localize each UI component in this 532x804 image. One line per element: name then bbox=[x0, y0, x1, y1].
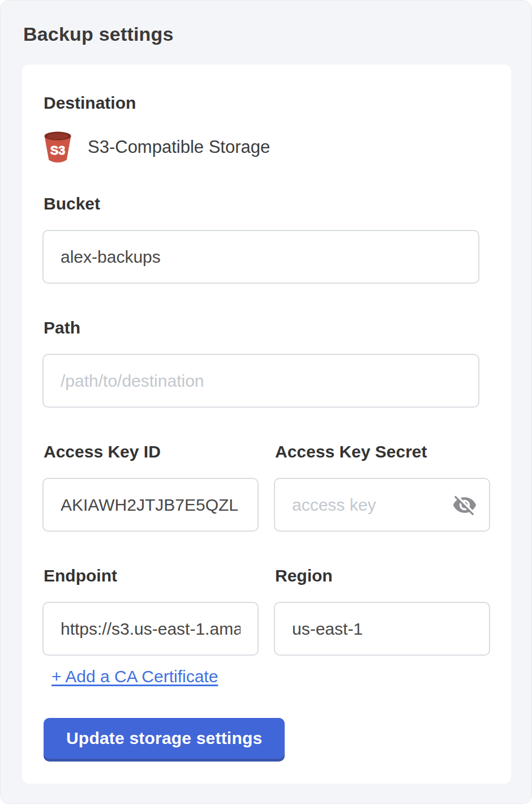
region-label: Region bbox=[275, 566, 490, 586]
path-input[interactable] bbox=[42, 354, 479, 408]
access-key-secret-input-wrap bbox=[274, 478, 490, 532]
path-field: Path bbox=[42, 318, 491, 408]
destination-label: Destination bbox=[44, 93, 491, 113]
endpoint-input[interactable] bbox=[42, 602, 259, 656]
endpoint-field: Endpoint bbox=[42, 566, 259, 656]
svg-text:S3: S3 bbox=[50, 143, 65, 157]
access-key-secret-field: Access Key Secret bbox=[274, 442, 490, 532]
page-title: Backup settings bbox=[23, 23, 510, 45]
submit-row: Update storage settings bbox=[42, 686, 491, 759]
region-input[interactable] bbox=[274, 602, 490, 656]
update-storage-settings-button[interactable]: Update storage settings bbox=[44, 718, 285, 759]
access-key-secret-label: Access Key Secret bbox=[275, 442, 490, 462]
region-field: Region bbox=[274, 566, 490, 656]
backup-settings-card: Destination S3 S3-Compatible Storage Buc… bbox=[22, 65, 511, 784]
access-key-id-field: Access Key ID bbox=[42, 442, 259, 532]
destination-row: S3 S3-Compatible Storage bbox=[42, 130, 491, 164]
access-keys-row: Access Key ID Access Key Secret bbox=[42, 442, 491, 532]
bucket-field: Bucket bbox=[42, 194, 491, 284]
access-key-id-label: Access Key ID bbox=[44, 442, 259, 462]
backup-settings-page: Backup settings Destination S3 S3-Compat… bbox=[0, 0, 532, 804]
access-key-id-input[interactable] bbox=[42, 478, 259, 532]
endpoint-region-row: Endpoint Region bbox=[42, 566, 491, 656]
path-label: Path bbox=[44, 318, 491, 338]
add-ca-certificate-link[interactable]: + Add a CA Certificate bbox=[52, 667, 218, 686]
bucket-input[interactable] bbox=[42, 230, 479, 284]
eye-off-icon[interactable] bbox=[452, 492, 478, 518]
bucket-label: Bucket bbox=[44, 194, 491, 214]
endpoint-label: Endpoint bbox=[44, 566, 259, 586]
destination-value: S3-Compatible Storage bbox=[88, 137, 270, 157]
s3-bucket-icon: S3 bbox=[42, 130, 73, 164]
